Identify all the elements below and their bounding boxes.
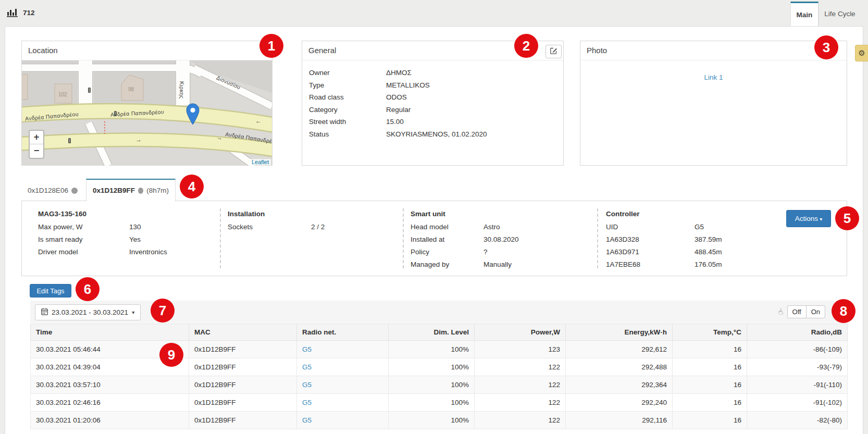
section-title: Controller bbox=[606, 208, 762, 220]
table-header-row: TimeMACRadio net.Dim. LevelPower,WEnergy… bbox=[31, 324, 848, 341]
device-tab-label: 0x1D128E06 bbox=[28, 187, 68, 194]
field-row: Sockets2 / 2 bbox=[228, 220, 394, 233]
field-row: Policy? bbox=[411, 245, 588, 258]
photo-panel: Photo Link 1 bbox=[580, 41, 847, 166]
field-row: Installed at30.08.2020 bbox=[411, 233, 588, 245]
field-row: CategoryRegular bbox=[309, 104, 563, 116]
leaflet-attribution-link[interactable]: Leaflet bbox=[250, 159, 271, 165]
section-title: Smart unit bbox=[411, 208, 588, 220]
cell: -91(-102) bbox=[747, 394, 848, 412]
annotation-badge-6: 6 bbox=[76, 277, 100, 301]
hand-pointer-icon: ☝ bbox=[776, 306, 784, 317]
cell: 123 bbox=[475, 341, 566, 358]
cell: 292,364 bbox=[566, 376, 673, 394]
field-value: METALLIKOS bbox=[386, 81, 563, 89]
field-row: Is smart readyYes bbox=[38, 233, 215, 245]
field-label: Owner bbox=[309, 69, 386, 77]
cell-radio-net: G5 bbox=[297, 376, 389, 394]
date-range-picker[interactable]: 23.03.2021 - 30.03.2021 ▾ bbox=[35, 304, 141, 320]
zoom-out-button[interactable]: − bbox=[30, 144, 43, 158]
off-button[interactable]: Off bbox=[787, 305, 807, 318]
cell: 100% bbox=[389, 341, 475, 358]
tab-main[interactable]: Main bbox=[790, 2, 819, 26]
location-panel: Location bbox=[21, 41, 272, 166]
settings-flyout-button[interactable]: ⚙ bbox=[855, 45, 868, 61]
field-value: Regular bbox=[386, 106, 563, 114]
direction-arrow: → bbox=[216, 133, 223, 142]
field-label: Status bbox=[309, 130, 386, 138]
house-number: 98 bbox=[128, 86, 134, 92]
cell: -93(-79) bbox=[747, 358, 848, 376]
field-value: Manually bbox=[483, 261, 588, 268]
column-header: Radio,dB bbox=[747, 324, 848, 341]
field-value: 2 / 2 bbox=[311, 223, 394, 231]
annotation-badge-4: 4 bbox=[180, 175, 204, 199]
topbar: 712 Main Life Cycle bbox=[0, 0, 868, 26]
radio-net-link[interactable]: G5 bbox=[302, 416, 312, 424]
device-section-model: MAG3-135-160Max power, W130Is smart read… bbox=[38, 208, 215, 258]
section-divider bbox=[220, 208, 221, 268]
field-label: Max power, W bbox=[38, 223, 129, 231]
field-label: Street width bbox=[309, 118, 386, 126]
photo-panel-title: Photo bbox=[580, 41, 847, 60]
location-panel-title: Location bbox=[22, 41, 272, 60]
device-tab-0x1D12B9FF[interactable]: 0x1D12B9FF (8h7m) bbox=[86, 179, 176, 201]
map-marker-icon[interactable] bbox=[186, 103, 200, 125]
device-tab-0x1D128E06[interactable]: 0x1D128E06 bbox=[21, 180, 84, 201]
gear-icon: ⚙ bbox=[858, 48, 865, 58]
edit-tags-button[interactable]: Edit Tags bbox=[30, 284, 71, 297]
annotation-badge-5: 5 bbox=[835, 206, 859, 230]
radio-net-link[interactable]: G5 bbox=[302, 345, 312, 353]
tab-life-cycle[interactable]: Life Cycle bbox=[819, 2, 861, 26]
field-value: SKOYRIASMENOS, 01.02.2020 bbox=[386, 130, 563, 138]
edit-general-button[interactable] bbox=[545, 45, 562, 58]
device-tab-uptime: (8h7m) bbox=[146, 187, 169, 194]
cell: -86(-109) bbox=[747, 341, 848, 358]
column-header: Power,W bbox=[475, 324, 566, 341]
section-title: MAG3-135-160 bbox=[38, 208, 215, 220]
radio-net-link[interactable]: G5 bbox=[302, 363, 312, 371]
field-label: Type bbox=[309, 81, 386, 89]
map[interactable]: Ανδρέα Παπανδρέου Ανδρέα Παπανδρέου → Αν… bbox=[22, 60, 272, 166]
field-value: 176.05m bbox=[695, 261, 762, 268]
field-row: 1A63D328387.59m bbox=[606, 233, 762, 245]
field-label: Sockets bbox=[228, 223, 311, 231]
radio-net-link[interactable]: G5 bbox=[302, 381, 312, 389]
table-row: 30.03.2021 02:46:160x1D12B9FFG5100%12229… bbox=[31, 394, 848, 412]
device-panel: MAG3-135-160Max power, W130Is smart read… bbox=[21, 201, 847, 276]
radio-net-link[interactable]: G5 bbox=[302, 399, 312, 406]
annotation-badge-1: 1 bbox=[259, 34, 283, 58]
cell: -82(-80) bbox=[747, 412, 848, 429]
cell: 0x1D12B9FF bbox=[189, 341, 297, 358]
cell-radio-net: G5 bbox=[297, 358, 389, 376]
field-row: Head modelAstro bbox=[411, 220, 588, 233]
on-button[interactable]: On bbox=[806, 305, 825, 318]
status-dot-icon bbox=[138, 188, 143, 194]
cell: 30.03.2021 02:46:16 bbox=[31, 394, 189, 412]
field-row: 1A63D971488.45m bbox=[606, 245, 762, 258]
field-row: OwnerΔΗΜΟΣ bbox=[309, 67, 563, 79]
photo-link[interactable]: Link 1 bbox=[580, 73, 847, 81]
column-header: Energy,kW·h bbox=[566, 324, 673, 341]
cell: 0x1D12B9FF bbox=[189, 358, 297, 376]
field-label: Managed by bbox=[411, 261, 483, 268]
map-zoom-control: + − bbox=[29, 130, 44, 159]
field-row: TypeMETALLIKOS bbox=[309, 79, 563, 92]
cell: 30.03.2021 01:20:06 bbox=[31, 412, 189, 429]
field-label: Driver model bbox=[38, 248, 129, 256]
pole-id: 712 bbox=[23, 9, 35, 17]
cell: 122 bbox=[475, 358, 566, 376]
column-header: Dim. Level bbox=[389, 324, 475, 341]
field-row: Driver modelInventronics bbox=[38, 245, 215, 258]
actions-dropdown-button[interactable]: Actions▾ bbox=[786, 210, 831, 227]
field-value: Inventronics bbox=[129, 248, 215, 256]
device-section-controller: ControllerUIDG51A63D328387.59m1A63D97148… bbox=[606, 208, 762, 270]
table-row: 30.03.2021 03:57:100x1D12B9FFG5100%12229… bbox=[31, 376, 848, 394]
cell-radio-net: G5 bbox=[297, 412, 389, 429]
zoom-in-button[interactable]: + bbox=[30, 131, 43, 144]
field-row: Max power, W130 bbox=[38, 220, 215, 233]
table-row: 30.03.2021 05:46:440x1D12B9FFG5100%12329… bbox=[31, 341, 848, 358]
field-row: Road classODOS bbox=[309, 91, 563, 104]
column-header: Temp,°C bbox=[673, 324, 747, 341]
field-label: Category bbox=[309, 106, 386, 114]
